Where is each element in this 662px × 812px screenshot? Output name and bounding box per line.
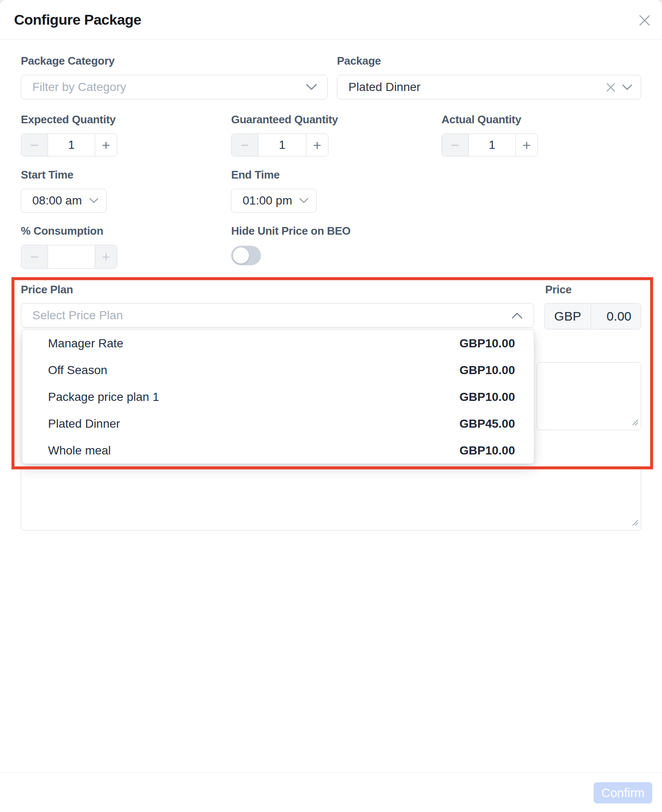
price-field: GBP 0.00 bbox=[544, 303, 641, 329]
package-category-select[interactable]: Filter by Category bbox=[21, 75, 328, 99]
option-price: GBP45.00 bbox=[459, 417, 515, 431]
package-label: Package bbox=[337, 54, 381, 68]
option-price: GBP10.00 bbox=[459, 363, 515, 377]
header-divider bbox=[0, 39, 662, 40]
consumption-label: % Consumption bbox=[21, 224, 103, 238]
configure-package-modal: Configure Package Package Category Filte… bbox=[0, 0, 662, 812]
chevron-down-icon bbox=[89, 198, 99, 204]
expected-quantity-label: Expected Quantity bbox=[21, 113, 116, 126]
consumption-stepper: − + bbox=[21, 245, 117, 269]
end-time-label: End Time bbox=[231, 168, 280, 182]
price-plan-option[interactable]: Plated Dinner GBP45.00 bbox=[23, 410, 534, 437]
price-plan-option[interactable]: Off Season GBP10.00 bbox=[23, 357, 534, 383]
plus-button[interactable]: + bbox=[516, 134, 538, 156]
confirm-button[interactable]: Confirm bbox=[594, 782, 652, 803]
price-plan-label: Price Plan bbox=[21, 283, 73, 296]
option-name: Off Season bbox=[48, 363, 108, 377]
hide-unit-price-toggle[interactable] bbox=[231, 246, 261, 265]
close-icon bbox=[637, 13, 652, 30]
end-time-select[interactable]: 01:00 pm bbox=[231, 189, 317, 213]
price-currency: GBP bbox=[545, 304, 591, 329]
package-category-placeholder: Filter by Category bbox=[32, 80, 126, 94]
chevron-down-icon bbox=[299, 198, 308, 204]
toggle-knob bbox=[233, 247, 249, 264]
chevron-up-icon bbox=[512, 312, 523, 319]
option-name: Manager Rate bbox=[48, 337, 123, 350]
option-price: GBP10.00 bbox=[459, 444, 515, 457]
plus-button[interactable]: + bbox=[95, 245, 117, 268]
page-title: Configure Package bbox=[14, 11, 141, 28]
description-textarea[interactable] bbox=[21, 467, 641, 531]
end-time-value: 01:00 pm bbox=[243, 194, 292, 207]
expected-quantity-value[interactable]: 1 bbox=[48, 134, 95, 156]
minus-button[interactable]: − bbox=[21, 134, 48, 156]
actual-quantity-label: Actual Quantity bbox=[441, 113, 521, 126]
guaranteed-quantity-label: Guaranteed Quantity bbox=[231, 113, 338, 126]
package-category-label: Package Category bbox=[21, 54, 115, 68]
option-name: Plated Dinner bbox=[48, 417, 120, 431]
footer-divider bbox=[0, 772, 662, 772]
close-button[interactable] bbox=[635, 12, 654, 31]
plus-button[interactable]: + bbox=[95, 134, 117, 156]
price-plan-option[interactable]: Whole meal GBP10.00 bbox=[23, 437, 534, 464]
price-plan-select[interactable]: Select Price Plan bbox=[21, 303, 534, 328]
start-time-label: Start Time bbox=[21, 168, 74, 182]
price-amount-input[interactable]: 0.00 bbox=[591, 304, 641, 329]
price-plan-dropdown: Manager Rate GBP10.00 Off Season GBP10.0… bbox=[22, 329, 534, 464]
resize-handle-icon[interactable] bbox=[631, 519, 639, 528]
resize-handle-icon[interactable] bbox=[631, 418, 639, 428]
guaranteed-quantity-value[interactable]: 1 bbox=[258, 134, 306, 156]
chevron-down-icon bbox=[622, 84, 632, 91]
actual-quantity-value[interactable]: 1 bbox=[468, 134, 516, 156]
option-name: Whole meal bbox=[48, 444, 111, 457]
guaranteed-quantity-stepper: − 1 + bbox=[231, 133, 328, 156]
start-time-value: 08:00 am bbox=[32, 194, 82, 207]
price-plan-option[interactable]: Package price plan 1 GBP10.00 bbox=[23, 383, 534, 410]
minus-button[interactable]: − bbox=[21, 245, 48, 268]
chevron-down-icon bbox=[306, 84, 317, 91]
package-select[interactable]: Plated Dinner bbox=[337, 75, 641, 99]
option-name: Package price plan 1 bbox=[48, 390, 159, 404]
price-plan-placeholder: Select Price Plan bbox=[32, 309, 123, 322]
price-label: Price bbox=[545, 283, 571, 296]
option-price: GBP10.00 bbox=[459, 337, 515, 350]
notes-textarea[interactable] bbox=[537, 362, 641, 430]
minus-button[interactable]: − bbox=[442, 134, 468, 156]
hide-unit-price-label: Hide Unit Price on BEO bbox=[231, 224, 351, 238]
expected-quantity-stepper: − 1 + bbox=[21, 133, 117, 156]
option-price: GBP10.00 bbox=[459, 390, 515, 404]
start-time-select[interactable]: 08:00 am bbox=[21, 189, 107, 213]
consumption-value[interactable] bbox=[48, 245, 95, 268]
clear-icon[interactable] bbox=[605, 82, 616, 93]
price-plan-option[interactable]: Manager Rate GBP10.00 bbox=[23, 330, 534, 357]
package-value: Plated Dinner bbox=[348, 80, 421, 94]
minus-button[interactable]: − bbox=[232, 134, 258, 156]
actual-quantity-stepper: − 1 + bbox=[441, 133, 538, 156]
plus-button[interactable]: + bbox=[306, 134, 328, 156]
